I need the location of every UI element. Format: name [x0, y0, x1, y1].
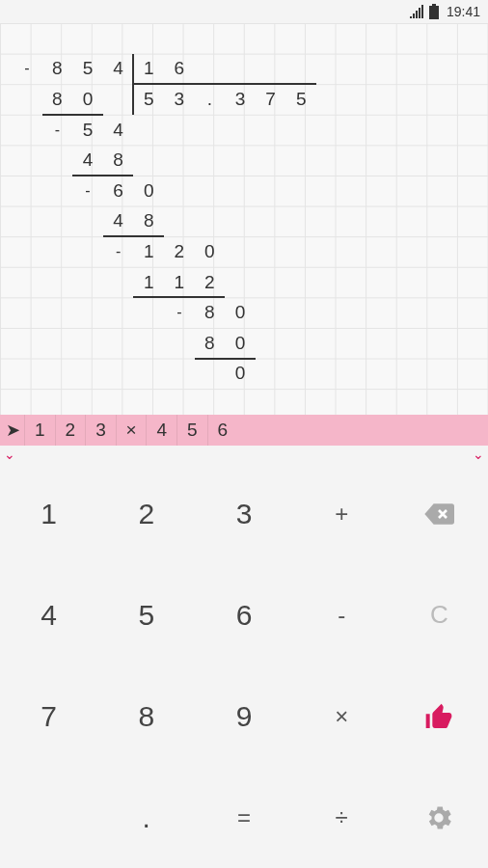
worksheet-cell: 8: [42, 54, 73, 85]
worksheet-cell: 8: [103, 145, 134, 176]
key-÷[interactable]: ÷: [293, 767, 391, 868]
key-×[interactable]: ×: [293, 665, 391, 767]
backspace-button[interactable]: [391, 463, 488, 564]
prompt-icon: ➤: [6, 420, 20, 441]
key--[interactable]: -: [293, 564, 391, 665]
settings-button[interactable]: [391, 767, 488, 868]
thumbs-up-button[interactable]: [391, 665, 488, 767]
worksheet-cell: 2: [164, 236, 195, 267]
worksheet-cell: 8: [42, 84, 73, 115]
input-char: 5: [176, 415, 207, 446]
collapse-row: ⌄ ⌄: [0, 446, 488, 463]
worksheet-cell: 3: [225, 84, 256, 115]
worksheet-cell: 1: [164, 267, 195, 298]
worksheet-area: -854168053.375-5448-6048-120112-80800: [0, 23, 488, 415]
worksheet-cell: 6: [103, 176, 134, 206]
key-=[interactable]: =: [195, 767, 292, 868]
worksheet-cell: 5: [72, 54, 103, 85]
key-blank: [0, 767, 97, 868]
input-char: 4: [146, 415, 176, 446]
key-+[interactable]: +: [293, 463, 391, 564]
expression-input-row[interactable]: ➤ 123×456: [0, 415, 488, 446]
worksheet-cell: 5: [133, 84, 164, 115]
status-time: 19:41: [447, 4, 480, 19]
worksheet-cell: 2: [195, 267, 226, 298]
worksheet-cell: 1: [133, 236, 164, 267]
worksheet-hline: [103, 235, 164, 237]
worksheet-cell: -: [12, 54, 42, 85]
worksheet-hline: [195, 358, 256, 360]
worksheet-cell: 4: [103, 115, 134, 146]
chevron-down-left-icon[interactable]: ⌄: [4, 446, 15, 463]
key-6[interactable]: 6: [195, 564, 292, 665]
worksheet-cell: -: [42, 115, 73, 146]
worksheet-cell: 0: [133, 176, 164, 206]
keypad: 123+456-C789×.=÷: [0, 463, 488, 868]
worksheet-cell: 8: [195, 328, 226, 359]
key-C[interactable]: C: [391, 564, 488, 665]
signal-icon: [410, 5, 425, 18]
worksheet-vline: [132, 54, 134, 115]
key-5[interactable]: 5: [97, 564, 195, 665]
worksheet-hline: [133, 296, 225, 298]
worksheet-hline: [72, 175, 133, 176]
worksheet-cell: .: [195, 84, 226, 115]
battery-icon: [429, 4, 439, 19]
worksheet-cell: 0: [72, 84, 103, 115]
worksheet-cell: 5: [72, 115, 103, 146]
worksheet-cell: 8: [133, 206, 164, 237]
worksheet-cell: 8: [195, 297, 226, 328]
key-1[interactable]: 1: [0, 463, 97, 564]
input-char: 1: [24, 415, 55, 446]
input-char: 2: [55, 415, 86, 446]
worksheet-cell: 3: [164, 84, 195, 115]
worksheet-cell: 0: [195, 236, 226, 267]
worksheet-cell: 4: [103, 206, 134, 237]
key-9[interactable]: 9: [195, 665, 292, 767]
worksheet-cell: 0: [225, 359, 256, 390]
input-char: 6: [207, 415, 238, 446]
worksheet-hline: [42, 114, 103, 116]
key-8[interactable]: 8: [97, 665, 195, 767]
worksheet-cell: -: [72, 176, 103, 206]
worksheet-cell: 0: [225, 297, 256, 328]
key-7[interactable]: 7: [0, 665, 97, 767]
key-4[interactable]: 4: [0, 564, 97, 665]
worksheet-cell: 4: [103, 54, 134, 85]
worksheet-cell: 6: [164, 54, 195, 85]
chevron-down-right-icon[interactable]: ⌄: [473, 446, 484, 463]
worksheet-cell: 4: [72, 145, 103, 176]
key-2[interactable]: 2: [97, 463, 195, 564]
worksheet-cell: 0: [225, 328, 256, 359]
input-char: ×: [116, 415, 147, 446]
worksheet-cell: -: [164, 297, 195, 328]
key-.[interactable]: .: [97, 767, 195, 868]
worksheet-cell: 1: [133, 54, 164, 85]
worksheet-cell: 7: [256, 84, 286, 115]
key-3[interactable]: 3: [195, 463, 292, 564]
worksheet-hline: [133, 83, 316, 85]
input-char: 3: [85, 415, 116, 446]
worksheet-cell: -: [103, 236, 134, 267]
worksheet-cell: 1: [133, 267, 164, 298]
worksheet-cell: 5: [285, 84, 316, 115]
status-bar: 19:41: [0, 0, 488, 23]
